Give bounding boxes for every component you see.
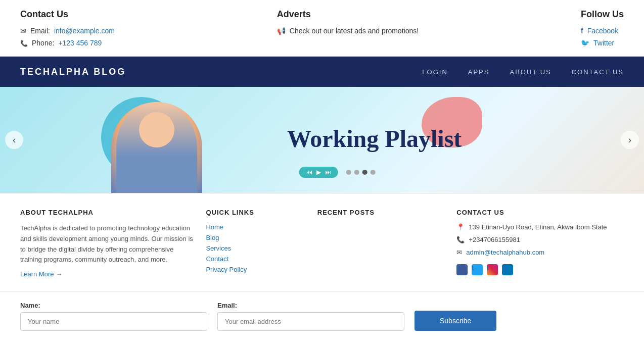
footer-recent-title: RECENT POSTS	[317, 209, 447, 216]
footer-grid: ABOUT TECHALPHA TechAlpha is dedicated t…	[0, 193, 644, 291]
adverts-title: Adverts	[277, 9, 419, 20]
subscribe-button[interactable]: Subscribe	[415, 311, 496, 331]
carousel-dot-4[interactable]	[371, 170, 376, 175]
quicklink-privacy[interactable]: Privacy Policy	[206, 266, 307, 273]
name-field-group: Name:	[20, 302, 207, 331]
phone-icon	[20, 39, 28, 47]
phone-row: Phone: +123 456 789	[20, 39, 115, 47]
quicklink-blog[interactable]: Blog	[206, 234, 307, 241]
phone-label: Phone:	[32, 39, 54, 47]
footer-email-link[interactable]: admin@techalphahub.com	[466, 249, 544, 256]
nav-login[interactable]: LOGIN	[422, 68, 447, 76]
quicklink-home[interactable]: Home	[206, 223, 307, 231]
footer-recent-col: RECENT POSTS	[317, 209, 457, 281]
footer-phone-icon: 📞	[456, 236, 465, 243]
footer-quicklinks-col: QUICK LINKS Home Blog Services Contact P…	[206, 209, 317, 281]
carousel-controls: ⏮ ▶ ⏭	[299, 167, 376, 178]
email-row: Email: info@example.com	[20, 27, 115, 35]
carousel-title: Working Playlist	[287, 125, 462, 153]
email-label: Email:	[30, 27, 50, 35]
carousel-prev-button[interactable]: ‹	[5, 131, 23, 149]
facebook-row: f Facebook	[581, 27, 624, 35]
person-head	[139, 112, 174, 148]
quicklink-services[interactable]: Services	[206, 244, 307, 252]
name-input[interactable]	[20, 312, 207, 331]
twitter-row: 🐦 Twitter	[581, 39, 624, 47]
top-bar: Contact Us Email: info@example.com Phone…	[0, 0, 644, 57]
nav-about[interactable]: ABOUT US	[510, 68, 551, 76]
email-field-group: Email:	[217, 302, 404, 331]
person-silhouette	[116, 102, 197, 193]
email-link[interactable]: info@example.com	[54, 27, 115, 35]
social-facebook-icon[interactable]: f	[456, 264, 468, 275]
footer-address: 139 Etinan-Uyo Road, Etinan, Akwa Ibom S…	[469, 223, 607, 231]
footer-email-icon: ✉	[456, 249, 462, 256]
contact-title: Contact Us	[20, 9, 115, 20]
footer-phone-row: 📞 +2347066155981	[456, 236, 614, 243]
name-label: Name:	[20, 302, 207, 309]
carousel-next-button[interactable]: ›	[621, 131, 639, 149]
footer-quicklinks-title: QUICK LINKS	[206, 209, 307, 216]
carousel-content: Working Playlist ⏮ ▶ ⏭	[0, 87, 644, 193]
footer-address-row: 📍 139 Etinan-Uyo Road, Etinan, Akwa Ibom…	[456, 223, 614, 231]
footer-contact-col: CONTACT US 📍 139 Etinan-Uyo Road, Etinan…	[456, 209, 624, 281]
social-linkedin-icon[interactable]: in	[502, 264, 513, 275]
speaker-icon	[277, 27, 286, 35]
footer-about-title: ABOUT TECHALPHA	[20, 209, 196, 216]
social-icons-row: f t i in	[456, 264, 614, 278]
facebook-link[interactable]: Facebook	[587, 27, 618, 35]
carousel-person	[111, 102, 202, 193]
twitter-icon: 🐦	[581, 39, 589, 47]
adverts-section: Adverts Check out our latest ads and pro…	[277, 9, 419, 35]
learn-more-link[interactable]: Learn More →	[20, 270, 196, 278]
email-input[interactable]	[217, 312, 404, 331]
next-track-icon[interactable]: ⏭	[325, 169, 331, 176]
contact-section: Contact Us Email: info@example.com Phone…	[20, 9, 115, 47]
carousel: Working Playlist ⏮ ▶ ⏭ ‹ ›	[0, 87, 644, 193]
navbar: TECHALPHA BLOG LOGIN APPS ABOUT US CONTA…	[0, 57, 644, 87]
follow-section: Follow Us f Facebook 🐦 Twitter	[581, 9, 624, 47]
quicklink-contact[interactable]: Contact	[206, 255, 307, 263]
social-instagram-icon[interactable]: i	[487, 264, 498, 275]
prev-track-icon[interactable]: ⏮	[306, 169, 312, 176]
carousel-player[interactable]: ⏮ ▶ ⏭	[299, 167, 338, 178]
adverts-text: Check out our latest ads and promotions!	[290, 27, 419, 35]
footer-email-row: ✉ admin@techalphahub.com	[456, 249, 614, 259]
nav-apps[interactable]: APPS	[468, 68, 490, 76]
navbar-links: LOGIN APPS ABOUT US CONTACT US	[422, 68, 624, 76]
footer-phone: +2347066155981	[469, 236, 520, 243]
carousel-dot-2[interactable]	[354, 170, 359, 175]
follow-title: Follow Us	[581, 9, 624, 20]
play-icon[interactable]: ▶	[316, 169, 321, 176]
subscribe-bar: Name: Email: Subscribe	[0, 291, 644, 344]
phone-link[interactable]: +123 456 789	[58, 39, 102, 47]
adverts-row: Check out our latest ads and promotions!	[277, 27, 419, 35]
carousel-dot-1[interactable]	[346, 170, 351, 175]
facebook-icon: f	[581, 27, 583, 35]
mail-icon	[20, 27, 26, 35]
navbar-brand[interactable]: TECHALPHA BLOG	[20, 67, 126, 77]
location-icon: 📍	[456, 223, 465, 231]
nav-contact[interactable]: CONTACT US	[572, 68, 624, 76]
twitter-link[interactable]: Twitter	[593, 39, 614, 47]
footer-contact-title: CONTACT US	[456, 209, 614, 216]
footer-about-text: TechAlpha is dedicated to promoting tech…	[20, 223, 196, 265]
social-twitter-icon[interactable]: t	[472, 264, 483, 275]
email-label: Email:	[217, 302, 404, 309]
footer-about-col: ABOUT TECHALPHA TechAlpha is dedicated t…	[20, 209, 206, 281]
carousel-dot-3[interactable]	[362, 170, 367, 175]
